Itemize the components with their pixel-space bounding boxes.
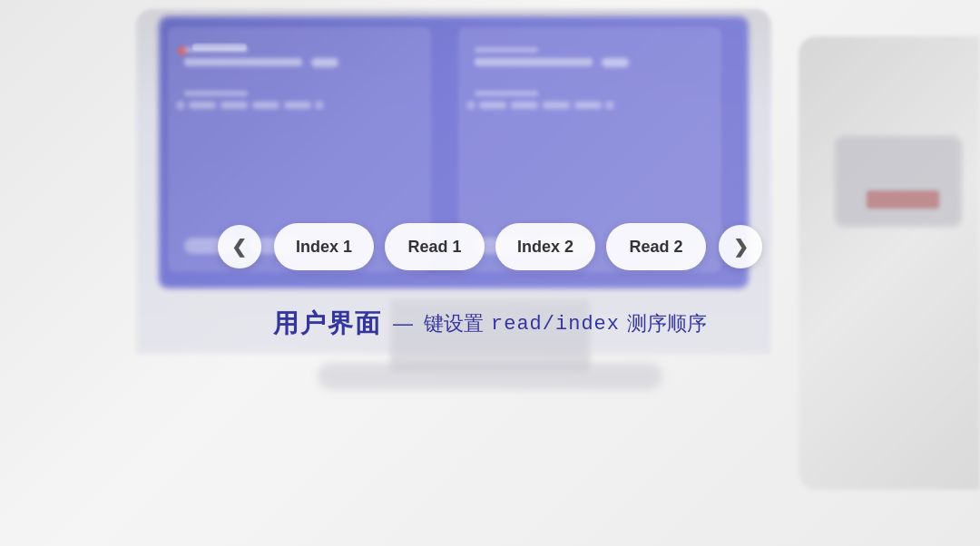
footer-desc: 键设置 bbox=[424, 310, 484, 337]
main-content: ❮ Index 1 Read 1 Index 2 Read 2 ❯ 用户界面 —… bbox=[0, 0, 980, 546]
tab-read1-label: Read 1 bbox=[407, 238, 461, 256]
prev-button[interactable]: ❮ bbox=[218, 225, 261, 268]
next-button[interactable]: ❯ bbox=[719, 225, 762, 268]
footer-bold: 用户界面 bbox=[273, 307, 382, 341]
prev-icon: ❮ bbox=[231, 236, 247, 258]
tab-index1[interactable]: Index 1 bbox=[274, 223, 374, 270]
next-icon: ❯ bbox=[733, 236, 749, 258]
footer-mono: read/index bbox=[491, 313, 620, 336]
tab-read2-label: Read 2 bbox=[630, 238, 683, 256]
footer-dash: — bbox=[393, 312, 413, 336]
tab-read2[interactable]: Read 2 bbox=[606, 223, 706, 270]
tab-index2[interactable]: Index 2 bbox=[495, 223, 595, 270]
navigation-row: ❮ Index 1 Read 1 Index 2 Read 2 ❯ bbox=[211, 223, 769, 270]
tab-read1[interactable]: Read 1 bbox=[385, 223, 485, 270]
tab-index1-label: Index 1 bbox=[296, 238, 352, 256]
footer-text: 用户界面 — 键设置 read/index 测序顺序 bbox=[273, 307, 707, 341]
tab-index2-label: Index 2 bbox=[517, 238, 573, 256]
footer-end: 测序顺序 bbox=[627, 310, 707, 337]
